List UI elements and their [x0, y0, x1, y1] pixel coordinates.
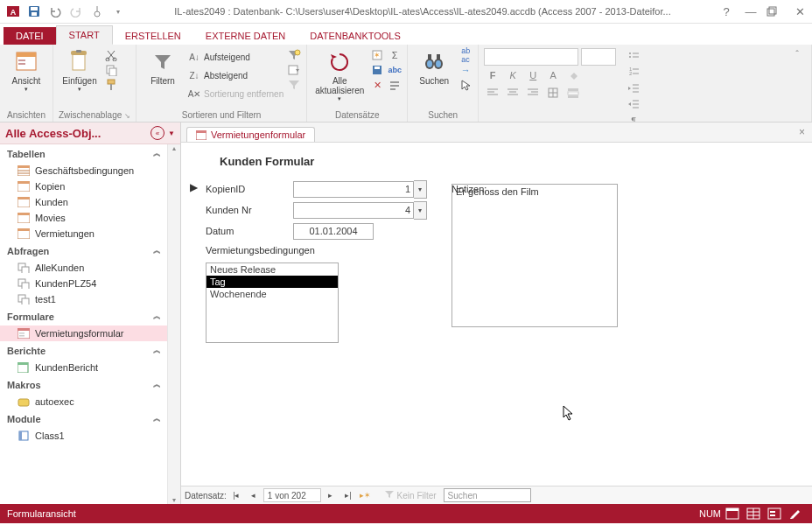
absteigend-button[interactable]: Z↓Absteigend — [187, 66, 284, 84]
copy-icon[interactable] — [104, 63, 118, 77]
nav-form-item[interactable]: Vermietungsformular — [0, 326, 168, 341]
record-selector-icon[interactable]: ▶ — [190, 181, 198, 193]
suchen-button[interactable]: Suchen — [413, 46, 455, 86]
alt-row-color-button[interactable] — [564, 85, 582, 101]
prev-record-button[interactable]: ◂ — [246, 487, 262, 503]
delete-record-icon[interactable]: ✕ — [370, 78, 384, 92]
tab-erstellen[interactable]: ERSTELLEN — [113, 27, 193, 45]
underline-button[interactable]: U — [524, 67, 542, 83]
kopienid-field[interactable]: 1 — [293, 181, 414, 198]
access-app-icon[interactable]: A — [4, 3, 23, 20]
nav-category-berichte[interactable]: Berichte︽ — [0, 341, 168, 360]
chevron-down-icon[interactable]: ▼ — [168, 130, 175, 137]
decrease-indent-button[interactable] — [625, 80, 642, 96]
first-record-button[interactable]: |◂ — [228, 487, 244, 503]
search-box[interactable]: Suchen — [444, 488, 531, 502]
nav-report-item[interactable]: KundenBericht — [0, 360, 168, 375]
font-family-combo[interactable] — [484, 48, 578, 66]
goto-icon[interactable]: → — [458, 63, 472, 77]
align-left-button[interactable] — [484, 85, 501, 101]
sortierung-entfernen-button[interactable]: A✕Sortierung entfernen — [187, 85, 284, 102]
help-icon[interactable]: ? — [718, 5, 735, 18]
tab-externe-daten[interactable]: EXTERNE DATEN — [193, 27, 298, 45]
tab-start[interactable]: START — [56, 25, 113, 45]
qat-customize-icon[interactable]: ▾ — [108, 3, 128, 20]
nav-category-abfragen[interactable]: Abfragen︽ — [0, 242, 168, 260]
align-center-button[interactable] — [504, 85, 522, 101]
increase-indent-button[interactable] — [625, 96, 642, 112]
toggle-filter-icon[interactable] — [287, 78, 301, 92]
filter-indicator[interactable]: Kein Filter — [384, 490, 437, 500]
align-right-button[interactable] — [524, 85, 542, 101]
nav-category-tabellen[interactable]: Tabellen︽ — [0, 144, 168, 163]
nav-category-formulare[interactable]: Formulare︽ — [0, 307, 168, 326]
nav-module-item[interactable]: Class1 — [0, 428, 168, 444]
gridlines-button[interactable] — [544, 85, 562, 101]
kopienid-dropdown[interactable]: ▾ — [414, 180, 427, 199]
nav-query-item[interactable]: test1 — [0, 291, 168, 307]
datum-field[interactable]: 01.01.2004 — [293, 223, 374, 240]
list-item[interactable]: Wochenende — [206, 288, 338, 300]
dialog-launcher-icon[interactable]: ↘ — [124, 112, 130, 120]
document-tab[interactable]: Vermietungenformular — [186, 127, 315, 142]
undo-icon[interactable] — [46, 3, 65, 20]
tab-datenbanktools[interactable]: DATENBANKTOOLS — [298, 27, 413, 45]
nav-query-item[interactable]: KundenPLZ54 — [0, 276, 168, 291]
scroll-up-icon[interactable]: ▴ — [172, 144, 176, 152]
scroll-down-icon[interactable]: ▾ — [172, 496, 176, 504]
font-size-combo[interactable] — [581, 48, 616, 66]
new-record-icon[interactable]: ✶ — [370, 48, 384, 62]
einfuegen-button[interactable]: Einfügen▾ — [59, 46, 101, 93]
totals-icon[interactable]: Σ — [388, 48, 402, 62]
nav-category-module[interactable]: Module︽ — [0, 410, 168, 428]
list-item[interactable]: Neues Release — [206, 263, 338, 276]
replace-icon[interactable]: abac — [458, 48, 472, 62]
nav-table-item[interactable]: Movies — [0, 210, 168, 226]
nav-scrollbar[interactable]: ▴▾ — [167, 144, 180, 504]
layout-view-button[interactable] — [765, 507, 784, 521]
save-icon[interactable] — [24, 3, 44, 20]
italic-button[interactable]: K — [504, 67, 522, 83]
nav-menu-icon[interactable]: « — [150, 126, 164, 140]
ansicht-button[interactable]: Ansicht▾ — [5, 46, 47, 93]
fill-color-button[interactable] — [564, 67, 582, 83]
nav-table-item[interactable]: Geschäftsbedingungen — [0, 163, 168, 178]
kundennr-field[interactable]: 4 — [293, 202, 414, 219]
spelling-icon[interactable]: abc — [388, 63, 402, 77]
nav-category-makros[interactable]: Makros︽ — [0, 375, 168, 394]
form-view-button[interactable] — [723, 507, 742, 521]
new-record-button[interactable]: ▸✶ — [358, 487, 374, 503]
kundennr-dropdown[interactable]: ▾ — [414, 201, 427, 220]
format-painter-icon[interactable] — [104, 78, 118, 92]
vermietungsbedingungen-listbox[interactable]: Neues Release Tag Wochenende — [206, 262, 339, 343]
nav-table-item[interactable]: Kopien — [0, 178, 168, 194]
touch-mode-icon[interactable] — [88, 3, 107, 20]
datasheet-view-button[interactable] — [744, 507, 763, 521]
tab-file[interactable]: DATEI — [4, 27, 56, 45]
save-record-icon[interactable] — [370, 63, 384, 77]
last-record-button[interactable]: ▸| — [340, 487, 356, 503]
nav-macro-item[interactable]: autoexec — [0, 394, 168, 410]
redo-icon[interactable] — [66, 3, 86, 20]
design-view-button[interactable] — [786, 507, 805, 521]
list-item[interactable]: Tag — [206, 276, 338, 288]
next-record-button[interactable]: ▸ — [323, 487, 339, 503]
bold-button[interactable]: F — [484, 67, 501, 83]
record-position-field[interactable]: 1 von 202 — [263, 488, 321, 502]
nav-query-item[interactable]: AlleKunden — [0, 260, 168, 276]
select-icon[interactable] — [458, 78, 472, 92]
nav-header[interactable]: Alle Access-Obj... « ▼ — [0, 122, 180, 144]
advanced-filter-icon[interactable] — [287, 63, 301, 77]
font-color-button[interactable]: A — [544, 67, 562, 83]
text-direction-button[interactable]: ¶ — [625, 113, 642, 122]
collapse-ribbon-icon[interactable]: ˆ — [788, 46, 806, 62]
nav-table-item[interactable]: Vermietungen — [0, 226, 168, 242]
minimize-icon[interactable]: ― — [742, 5, 760, 18]
bullets-button[interactable] — [625, 48, 642, 64]
notizen-field[interactable]: Er genoss den Film — [452, 184, 618, 327]
close-tab-icon[interactable]: × — [799, 126, 805, 138]
cut-icon[interactable] — [104, 48, 118, 62]
selection-filter-icon[interactable] — [287, 48, 301, 62]
nav-table-item[interactable]: Kunden — [0, 194, 168, 210]
more-records-icon[interactable] — [388, 78, 402, 92]
